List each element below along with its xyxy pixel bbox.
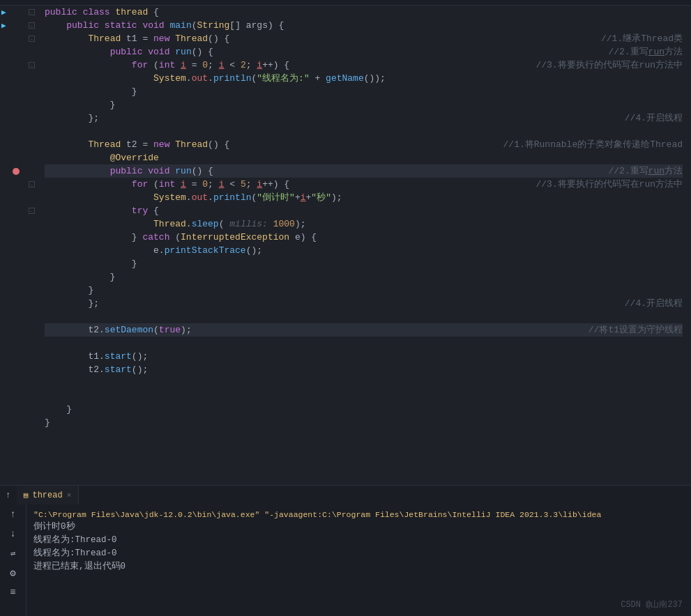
code-line-26 — [45, 337, 683, 350]
code-line-14: for (int i = 0; i < 5; i++) { //3.将要执行的代… — [45, 178, 683, 191]
gutter-row-4 — [0, 45, 36, 59]
gutter-row-7 — [0, 85, 36, 98]
code-line-32: } — [45, 416, 683, 429]
gutter-row-31 — [0, 403, 36, 416]
code-line-11: Thread t2 = new Thread() { //1.将Runnable… — [45, 138, 683, 151]
gutter-row-18 — [0, 231, 36, 244]
terminal-toolbar: ↑ ↓ ⇌ ⚙ ≡ — [0, 505, 26, 616]
gutter-row-26 — [0, 337, 36, 350]
terminal-area: ↑ ↓ ⇌ ⚙ ≡ "C:\Program Files\Java\jdk-12.… — [0, 505, 691, 616]
code-line-2: public static void main(String[] args) { — [45, 19, 683, 32]
terminal-prefix: ↑ — [0, 490, 17, 500]
gutter-row-23 — [0, 297, 36, 310]
code-line-7: } — [45, 85, 683, 98]
gutter-row-24 — [0, 310, 36, 323]
gutter-row-5: - — [0, 59, 36, 72]
gutter-row-8 — [0, 98, 36, 111]
terminal-tab-label: thread — [32, 491, 62, 500]
code-line-30 — [45, 390, 683, 403]
code-line-10 — [45, 125, 683, 138]
gutter-row-11 — [0, 138, 36, 151]
terminal-tab-icon: ▤ — [24, 491, 29, 500]
gutter-row-22 — [0, 284, 36, 297]
breakpoint-13[interactable] — [13, 168, 20, 175]
terminal-label: ↑ — [6, 490, 11, 500]
code-line-23: }; //4.开启线程 — [45, 297, 683, 310]
gutter-row-28 — [0, 363, 36, 376]
code-line-19: e.printStackTrace(); — [45, 244, 683, 257]
terminal-scroll-down-btn[interactable]: ↓ — [6, 527, 20, 541]
code-line-9: }; //4.开启线程 — [45, 111, 683, 125]
code-line-16: try { — [45, 204, 683, 217]
fold-2[interactable]: - — [29, 22, 35, 29]
gutter-row-15 — [0, 191, 36, 204]
terminal-command: "C:\Program Files\Java\jdk-12.0.2\bin\ja… — [33, 509, 684, 521]
run-arrow-1[interactable]: ▶ — [1, 8, 6, 17]
code-line-3: Thread t1 = new Thread() { //1.继承Thread类 — [45, 32, 683, 45]
code-line-5: for (int i = 0; i < 2; i++) { //3.将要执行的代… — [45, 59, 683, 72]
gutter-row-2: ▶ - — [0, 19, 36, 32]
terminal-list-btn[interactable]: ≡ — [6, 585, 20, 599]
terminal-output-line-3: 线程名为:Thread-0 — [33, 547, 684, 560]
gutter-row-29 — [0, 376, 36, 390]
terminal-scroll-up-btn[interactable]: ↑ — [6, 507, 20, 521]
fold-1[interactable]: - — [29, 9, 35, 15]
terminal-tab-close[interactable]: × — [67, 491, 72, 500]
top-bar — [0, 0, 691, 6]
gutter-row-3: - — [0, 32, 36, 45]
code-line-21: } — [45, 270, 683, 284]
gutter-row-25 — [0, 323, 36, 337]
gutter-row-6 — [0, 72, 36, 85]
run-arrow-2[interactable]: ▶ — [1, 21, 6, 30]
terminal-content: "C:\Program Files\Java\jdk-12.0.2\bin\ja… — [26, 505, 691, 577]
terminal-output-line-2: 线程名为:Thread-0 — [33, 534, 684, 547]
gutter-row-20 — [0, 257, 36, 270]
editor-area: ▶ - ▶ - - - — [0, 6, 691, 485]
terminal-output-line-1: 倒计时0秒 — [33, 521, 684, 534]
gutter-row-13 — [0, 164, 36, 178]
fold-3[interactable]: - — [29, 36, 35, 42]
fold-5[interactable]: - — [29, 62, 35, 68]
code-line-25: t2.setDaemon(true); //将t1设置为守护线程 — [45, 323, 683, 337]
code-line-22: } — [45, 284, 683, 297]
gutter-row-12 — [0, 151, 36, 164]
code-line-20: } — [45, 257, 683, 270]
code-line-18: } catch (InterruptedException e) { — [45, 231, 683, 244]
gutter-row-1: ▶ - — [0, 6, 36, 19]
code-line-1: public class thread { — [45, 6, 683, 19]
terminal-wrap-btn[interactable]: ⇌ — [6, 546, 20, 560]
code-line-28: t2.start(); — [45, 363, 683, 376]
code-line-8: } — [45, 98, 683, 111]
gutter-row-27 — [0, 350, 36, 363]
terminal-settings-btn[interactable]: ⚙ — [6, 566, 20, 580]
gutter-row-16: - — [0, 204, 36, 217]
gutter-row-19 — [0, 244, 36, 257]
terminal-exit-line: 进程已结束,退出代码0 — [33, 560, 684, 573]
code-container[interactable]: ▶ - ▶ - - - — [0, 6, 691, 485]
terminal-tab-thread[interactable]: ▤ thread × — [17, 486, 79, 505]
code-line-15: System.out.println("倒计时"+i+"秒"); — [45, 191, 683, 204]
gutter-row-21 — [0, 270, 36, 284]
code-line-4: public void run() { //2.重写run方法 — [45, 45, 683, 59]
fold-16[interactable]: - — [29, 208, 35, 214]
terminal-tabs: ↑ ▤ thread × — [0, 485, 691, 505]
gutter-row-9 — [0, 111, 36, 125]
code-lines: public class thread { public static void… — [36, 6, 691, 485]
code-line-31: } — [45, 403, 683, 416]
code-line-24 — [45, 310, 683, 323]
code-line-29 — [45, 376, 683, 390]
gutter-row-10 — [0, 125, 36, 138]
code-line-13: public void run() { //2.重写run方法 — [45, 164, 683, 178]
code-line-17: Thread.sleep( millis: 1000); — [45, 217, 683, 231]
gutter-row-32 — [0, 416, 36, 429]
code-line-27: t1.start(); — [45, 350, 683, 363]
fold-14[interactable]: - — [29, 181, 35, 187]
gutter-row-14: - — [0, 178, 36, 191]
gutter-row-30 — [0, 390, 36, 403]
code-line-6: System.out.println("线程名为:" + getName()); — [45, 72, 683, 85]
code-line-12: @Override — [45, 151, 683, 164]
csdn-watermark: CSDN @山南237 — [621, 599, 683, 610]
gutter-row-17 — [0, 217, 36, 231]
